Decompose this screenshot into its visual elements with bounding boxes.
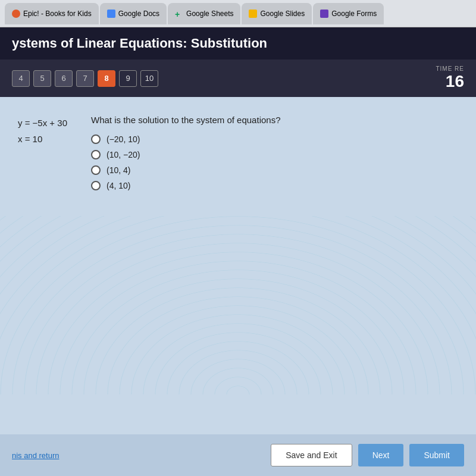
epic-icon [12, 10, 20, 18]
radio-2[interactable] [91, 150, 101, 159]
choice-2[interactable]: (10, −20) [91, 150, 281, 159]
question-num-5[interactable]: 5 [33, 70, 51, 87]
timer-label: TIME RE [436, 65, 464, 72]
choice-3-label: (10, 4) [107, 165, 130, 175]
slides-icon [249, 10, 257, 18]
radio-3[interactable] [91, 165, 101, 175]
tab-google-slides[interactable]: Google Slides [242, 3, 312, 24]
question-num-9[interactable]: 9 [119, 70, 137, 87]
equation-2: x = 10 [18, 131, 67, 147]
docs-icon [107, 10, 115, 18]
question-prompt: What is the solution to the system of eq… [91, 115, 281, 125]
submit-button[interactable]: Submit [409, 444, 464, 466]
tab-slides-label: Google Slides [260, 10, 305, 18]
question-nav-bar: 4 5 6 7 8 9 10 TIME RE 16 [0, 60, 476, 97]
tab-epic[interactable]: Epic! - Books for Kids [5, 3, 99, 24]
tab-google-sheets[interactable]: + Google Sheets [168, 3, 240, 24]
bottom-bar: nis and return Save and Exit Next Submit [0, 434, 476, 476]
bottom-buttons: Save and Exit Next Submit [271, 444, 464, 466]
question-num-10[interactable]: 10 [140, 70, 158, 87]
tab-forms-label: Google Forms [331, 10, 377, 18]
answer-choices: (−20, 10) (10, −20) (10, 4) (4, 10) [91, 134, 281, 190]
tab-docs-label: Google Docs [118, 10, 159, 18]
timer-value: 16 [436, 72, 464, 91]
tab-google-forms[interactable]: Google Forms [313, 3, 384, 24]
tab-sheets-label: Google Sheets [186, 10, 233, 18]
tab-bar: Epic! - Books for Kids Google Docs + Goo… [0, 0, 476, 27]
timer-section: TIME RE 16 [436, 65, 464, 91]
question-num-6[interactable]: 6 [55, 70, 73, 87]
question-num-7[interactable]: 7 [76, 70, 94, 87]
radio-4[interactable] [91, 181, 101, 190]
question-choices-block: What is the solution to the system of eq… [91, 115, 281, 190]
choice-1[interactable]: (−20, 10) [91, 134, 281, 144]
wave-background [0, 216, 476, 394]
choice-2-label: (10, −20) [107, 150, 140, 159]
next-button[interactable]: Next [358, 444, 404, 466]
radio-1[interactable] [91, 134, 101, 144]
choice-4[interactable]: (4, 10) [91, 181, 281, 190]
choice-3[interactable]: (10, 4) [91, 165, 281, 175]
question-area: y = −5x + 30 x = 10 What is the solution… [18, 115, 458, 190]
return-link[interactable]: nis and return [12, 451, 60, 460]
forms-icon [320, 10, 328, 18]
tab-epic-label: Epic! - Books for Kids [23, 10, 92, 18]
equation-1: y = −5x + 30 [18, 115, 67, 131]
question-num-4[interactable]: 4 [12, 70, 30, 87]
page-title: ystems of Linear Equations: Substitution [12, 36, 267, 51]
question-num-8[interactable]: 8 [98, 70, 115, 87]
tab-google-docs[interactable]: Google Docs [100, 3, 167, 24]
equation-block: y = −5x + 30 x = 10 [18, 115, 67, 190]
main-content: y = −5x + 30 x = 10 What is the solution… [0, 97, 476, 394]
choice-4-label: (4, 10) [107, 181, 130, 190]
choice-1-label: (−20, 10) [107, 134, 140, 144]
sheets-icon: + [175, 10, 183, 18]
question-numbers: 4 5 6 7 8 9 10 [12, 70, 158, 87]
save-and-exit-button[interactable]: Save and Exit [271, 444, 352, 466]
app-header: ystems of Linear Equations: Substitution [0, 27, 476, 60]
